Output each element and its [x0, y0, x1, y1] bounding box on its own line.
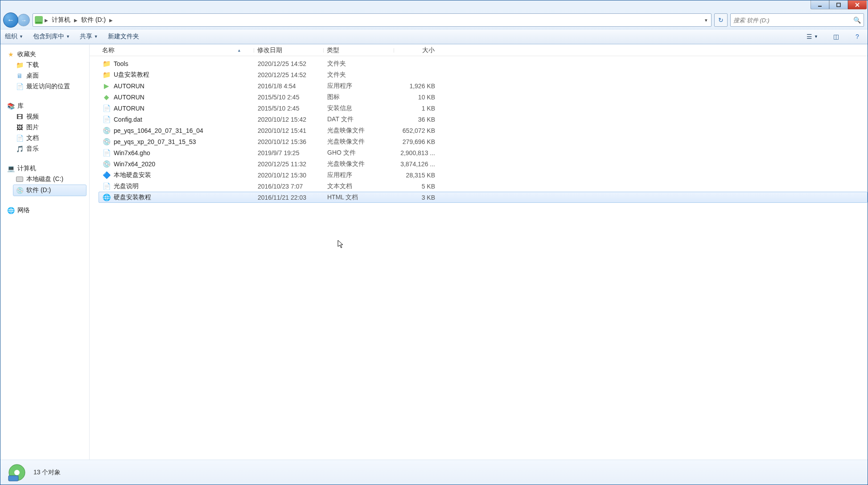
file-row[interactable]: 📄光盘说明2016/10/23 7:07文本文档5 KB: [99, 181, 868, 192]
refresh-button[interactable]: ↻: [714, 13, 728, 27]
file-type: 光盘映像文件: [324, 138, 394, 146]
body: ★ 收藏夹 📁 下载 🖥 桌面 📄 最近访问的位置 📚: [0, 44, 868, 460]
file-type: 光盘映像文件: [324, 160, 394, 168]
new-folder-button[interactable]: 新建文件夹: [108, 33, 139, 41]
file-row[interactable]: 💿Win7x64_20202020/12/25 11:32光盘映像文件3,874…: [99, 158, 868, 169]
file-type: HTML 文档: [324, 193, 394, 201]
nav-ddrive[interactable]: 💿 软件 (D:): [13, 185, 86, 196]
file-date: 2020/10/12 15:42: [254, 116, 324, 123]
col-name-header[interactable]: 名称 ▲: [99, 46, 254, 54]
view-mode-button[interactable]: ☰▼: [804, 33, 820, 41]
svg-rect-1: [837, 3, 840, 7]
nav-downloads[interactable]: 📁 下载: [7, 60, 89, 70]
nav-pictures-label: 图片: [26, 123, 39, 132]
nav-network-group: 🌐 网络: [7, 205, 89, 216]
breadcrumb-sep-root[interactable]: ▶: [43, 18, 50, 23]
organize-menu[interactable]: 组织▼: [5, 33, 23, 41]
status-drive-icon: [8, 463, 26, 482]
file-row[interactable]: 💿pe_yqs_xp_20_07_31_15_532020/10/12 15:3…: [99, 136, 868, 147]
nav-libraries[interactable]: 📚 库: [7, 101, 89, 111]
breadcrumb-sep-1[interactable]: ▶: [72, 18, 79, 23]
nav-computer-label: 计算机: [17, 164, 36, 173]
nav-music[interactable]: 🎵 音乐: [7, 144, 89, 154]
file-icon: 💿: [103, 127, 111, 135]
sort-asc-icon: ▲: [237, 48, 241, 53]
address-dropdown[interactable]: ▾: [702, 17, 710, 23]
nav-desktop[interactable]: 🖥 桌面: [7, 70, 89, 81]
file-row[interactable]: 📁U盘安装教程2020/12/25 14:52文件夹: [99, 69, 868, 80]
nav-cdrive-label: 本地磁盘 (C:): [26, 175, 63, 183]
file-date: 2020/12/25 11:32: [254, 160, 324, 168]
file-date: 2015/5/10 2:45: [254, 105, 324, 112]
file-name: AUTORUN: [114, 82, 144, 90]
organize-label: 组织: [5, 33, 17, 41]
file-row[interactable]: 📁Tools2020/12/25 14:52文件夹: [99, 58, 868, 69]
include-in-library-menu[interactable]: 包含到库中▼: [33, 33, 70, 41]
nav-favorites[interactable]: ★ 收藏夹: [7, 49, 89, 60]
col-size-header[interactable]: 大小: [394, 46, 438, 54]
file-type: 文件夹: [324, 71, 394, 79]
file-size: 5 KB: [394, 183, 439, 190]
nav-buttons: ← →: [3, 12, 30, 28]
nav-recent-label: 最近访问的位置: [26, 82, 70, 90]
back-button[interactable]: ←: [3, 12, 18, 28]
file-row[interactable]: ▶AUTORUN2016/1/8 4:54应用程序1,926 KB: [99, 80, 868, 91]
search-input[interactable]: [733, 17, 853, 24]
nav-libraries-label: 库: [17, 102, 24, 110]
nav-computer[interactable]: 💻 计算机: [7, 163, 89, 174]
file-name: Win7x64.gho: [114, 149, 150, 156]
file-row[interactable]: 💿pe_yqs_1064_20_07_31_16_042020/10/12 15…: [99, 125, 868, 136]
file-type: GHO 文件: [324, 149, 394, 157]
file-row[interactable]: 📄Config.dat2020/10/12 15:42DAT 文件36 KB: [99, 114, 868, 125]
file-row[interactable]: 🌐硬盘安装教程2016/11/21 22:03HTML 文档3 KB: [99, 192, 868, 203]
file-name: pe_yqs_1064_20_07_31_16_04: [114, 127, 203, 134]
breadcrumb-sep-2[interactable]: ▶: [107, 18, 115, 23]
file-date: 2020/10/12 15:41: [254, 127, 324, 134]
file-name: AUTORUN: [114, 105, 144, 112]
col-type-header[interactable]: 类型: [323, 46, 394, 54]
nav-documents[interactable]: 📄 文档: [7, 133, 89, 144]
window-controls: [810, 0, 867, 9]
nav-videos[interactable]: 🎞 视频: [7, 111, 89, 122]
file-date: 2015/5/10 2:45: [254, 94, 324, 101]
music-icon: 🎵: [16, 145, 24, 153]
breadcrumb-drive[interactable]: 软件 (D:): [79, 16, 107, 24]
maximize-button[interactable]: [829, 0, 848, 9]
file-size: 3 KB: [394, 194, 439, 201]
nav-pictures[interactable]: 🖼 图片: [7, 122, 89, 133]
share-menu[interactable]: 共享▼: [80, 33, 98, 41]
nav-recent[interactable]: 📄 最近访问的位置: [7, 81, 89, 92]
preview-pane-button[interactable]: ◫: [830, 32, 842, 41]
file-row[interactable]: 📄Win7x64.gho2019/9/7 19:25GHO 文件2,900,81…: [99, 147, 868, 158]
status-count: 13 个对象: [33, 469, 61, 477]
file-name: 光盘说明: [114, 182, 139, 190]
file-row[interactable]: 🔷本地硬盘安装2020/10/12 15:30应用程序28,315 KB: [99, 169, 868, 181]
svg-rect-0: [818, 6, 822, 7]
help-icon: ?: [856, 33, 859, 40]
file-date: 2020/12/25 14:52: [254, 60, 324, 67]
file-icon: 📄: [103, 149, 111, 157]
file-icon: 💿: [103, 160, 111, 168]
nav-cdrive[interactable]: 本地磁盘 (C:): [7, 174, 89, 185]
nav-network[interactable]: 🌐 网络: [7, 205, 89, 216]
cdrive-icon: [16, 177, 23, 182]
file-name: Config.dat: [114, 116, 142, 123]
col-date-header[interactable]: 修改日期: [254, 46, 323, 54]
file-row[interactable]: ◆AUTORUN2015/5/10 2:45图标10 KB: [99, 91, 868, 103]
minimize-button[interactable]: [810, 0, 829, 9]
file-icon: ◆: [103, 93, 111, 101]
libraries-icon: 📚: [7, 102, 15, 110]
forward-button[interactable]: →: [17, 14, 30, 26]
file-size: 36 KB: [394, 116, 439, 123]
file-icon: 📄: [103, 104, 111, 112]
address-bar[interactable]: ▶ 计算机 ▶ 软件 (D:) ▶ ▾: [33, 13, 712, 27]
file-row[interactable]: 📄AUTORUN2015/5/10 2:45安装信息1 KB: [99, 103, 868, 114]
nav-documents-label: 文档: [26, 134, 39, 142]
list-pane: 名称 ▲ 修改日期 类型 大小 📁Tools2020/12/25 14:52文件…: [90, 45, 868, 460]
help-button[interactable]: ?: [852, 32, 863, 41]
search-box[interactable]: 🔍: [730, 13, 864, 27]
file-icon: ▶: [103, 82, 111, 90]
nav-desktop-label: 桌面: [26, 72, 39, 80]
close-button[interactable]: [848, 0, 867, 9]
breadcrumb-computer[interactable]: 计算机: [50, 16, 72, 24]
